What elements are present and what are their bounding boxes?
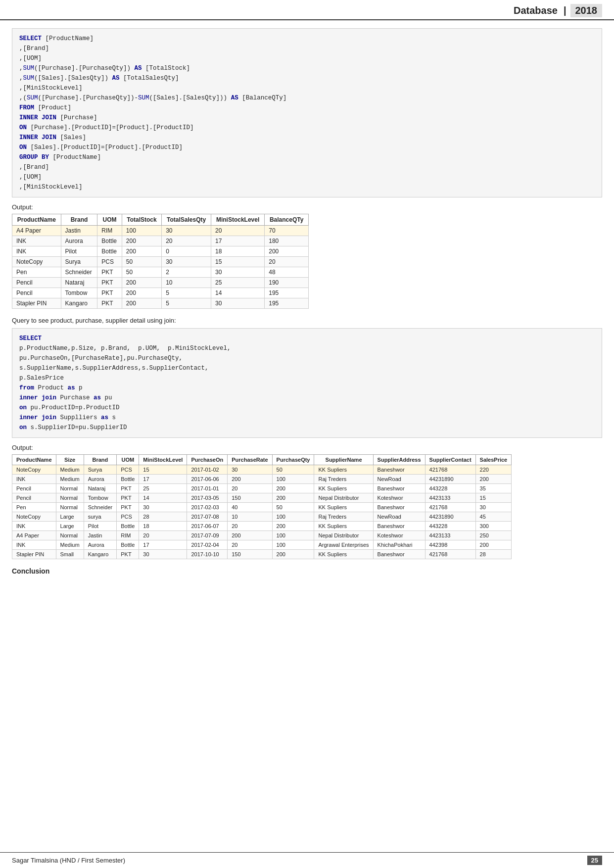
table-cell: 4423133 xyxy=(425,493,475,503)
table-cell: NoteCopy xyxy=(12,257,61,267)
table-cell: 20 xyxy=(228,540,272,550)
table-row: INKMediumAuroraBottle172017-02-0420100Ar… xyxy=(12,540,512,550)
table-cell: KK Supliers xyxy=(314,503,373,512)
table-cell: RIM xyxy=(97,226,122,236)
table2-header: ProductName xyxy=(12,455,56,465)
table-row: A4 PaperNormalJastinRIM202017-07-0920010… xyxy=(12,531,512,540)
table-cell: 200 xyxy=(122,288,161,298)
table-row: INKMediumAuroraBottle172017-06-06200100R… xyxy=(12,475,512,484)
table-cell: KhichaPokhari xyxy=(373,540,425,550)
table-cell: Bottle xyxy=(117,522,139,531)
table-cell: A4 Paper xyxy=(12,226,61,236)
table-cell: Nataraj xyxy=(61,278,97,288)
table-cell: Bottle xyxy=(97,246,122,257)
table-cell: 2017-02-04 xyxy=(187,540,228,550)
table-cell: PKT xyxy=(97,267,122,278)
table-cell: Nepal Distributor xyxy=(314,493,373,503)
table-cell: Koteshwor xyxy=(373,493,425,503)
table-cell: 20 xyxy=(228,484,272,493)
table-cell: 70 xyxy=(265,226,309,236)
table-row: NoteCopyMediumSuryaPCS152017-01-023050KK… xyxy=(12,465,512,475)
conclusion-heading: Conclusion xyxy=(12,567,602,575)
table-row: PencilNatarajPKT2001025190 xyxy=(12,278,309,288)
table-cell: Medium xyxy=(56,465,84,475)
table-cell: Aurora xyxy=(61,236,97,246)
table-cell: PKT xyxy=(117,484,139,493)
header-title: Database xyxy=(514,5,558,16)
table-cell: 50 xyxy=(272,465,314,475)
table-cell: NewRoad xyxy=(373,512,425,522)
table1-header: BalanceQTy xyxy=(265,214,309,226)
table2-header: Size xyxy=(56,455,84,465)
table2-header: SupplierContact xyxy=(425,455,475,465)
table-cell: 28 xyxy=(139,512,187,522)
table-cell: Schneider xyxy=(84,503,117,512)
table-cell: 2017-07-08 xyxy=(187,512,228,522)
table-cell: INK xyxy=(12,540,56,550)
table-cell: 30 xyxy=(162,226,211,236)
table-cell: 195 xyxy=(265,298,309,309)
table-cell: 100 xyxy=(272,540,314,550)
table-cell: 250 xyxy=(475,531,512,540)
code-block-1: SELECT [ProductName] ,[Brand] ,[UOM] ,SU… xyxy=(12,28,602,197)
table-cell: 20 xyxy=(228,522,272,531)
table-cell: 48 xyxy=(265,267,309,278)
table-cell: PKT xyxy=(97,298,122,309)
table-cell: Pencil xyxy=(12,288,61,298)
table-cell: 200 xyxy=(272,550,314,559)
table-cell: 150 xyxy=(228,550,272,559)
page-header: Database | 2018 xyxy=(0,0,614,20)
table2-header: MiniStockLevel xyxy=(139,455,187,465)
table-cell: 200 xyxy=(475,540,512,550)
table2-header: SupplierAddress xyxy=(373,455,425,465)
table-cell: Large xyxy=(56,522,84,531)
table-cell: 4423133 xyxy=(425,531,475,540)
table-cell: 20 xyxy=(162,236,211,246)
table-cell: Kangaro xyxy=(84,550,117,559)
table-cell: Nataraj xyxy=(84,484,117,493)
table-cell: 300 xyxy=(475,522,512,531)
table2: ProductNameSizeBrandUOMMiniStockLevelPur… xyxy=(12,454,512,559)
table-cell: Nepal Distributor xyxy=(314,531,373,540)
table-cell: 2017-06-07 xyxy=(187,522,228,531)
table-cell: 50 xyxy=(122,267,161,278)
table-cell: 44231890 xyxy=(425,475,475,484)
table-cell: 200 xyxy=(272,493,314,503)
table-cell: 2017-02-03 xyxy=(187,503,228,512)
table2-header: PurchaseQty xyxy=(272,455,314,465)
table-cell: Small xyxy=(56,550,84,559)
table-cell: 14 xyxy=(139,493,187,503)
table-row: PencilNormalTombowPKT142017-03-05150200N… xyxy=(12,493,512,503)
table-cell: INK xyxy=(12,522,56,531)
table-cell: 30 xyxy=(139,550,187,559)
table-cell: KK Supliers xyxy=(314,522,373,531)
table-cell: 100 xyxy=(272,475,314,484)
table-cell: Aurora xyxy=(84,540,117,550)
table-cell: 2017-10-10 xyxy=(187,550,228,559)
table-cell: 20 xyxy=(211,226,264,236)
table-cell: Bottle xyxy=(117,475,139,484)
table2-header: SupplierName xyxy=(314,455,373,465)
table-cell: 2017-07-09 xyxy=(187,531,228,540)
table-row: INKPilotBottle200018200 xyxy=(12,246,309,257)
table-row: A4 PaperJastinRIM100302070 xyxy=(12,226,309,236)
table-cell: 40 xyxy=(228,503,272,512)
table-cell: Tombow xyxy=(61,288,97,298)
table-cell: Raj Treders xyxy=(314,475,373,484)
table-cell: Aurora xyxy=(84,475,117,484)
table-row: INKAuroraBottle2002017180 xyxy=(12,236,309,246)
table-cell: 195 xyxy=(265,288,309,298)
table-cell: Kangaro xyxy=(61,298,97,309)
output1-label: Output: xyxy=(12,203,602,211)
table-cell: INK xyxy=(12,236,61,246)
table-cell: Medium xyxy=(56,475,84,484)
table-cell: PKT xyxy=(117,493,139,503)
table-cell: Pilot xyxy=(61,246,97,257)
table-cell: Pen xyxy=(12,503,56,512)
table-cell: 45 xyxy=(475,512,512,522)
table-row: PenSchneiderPKT5023048 xyxy=(12,267,309,278)
table-cell: 421768 xyxy=(425,465,475,475)
table-cell: INK xyxy=(12,246,61,257)
table1-wrap: ProductNameBrandUOMTotalStockTotalSalesQ… xyxy=(12,214,602,309)
table-cell: 2 xyxy=(162,267,211,278)
